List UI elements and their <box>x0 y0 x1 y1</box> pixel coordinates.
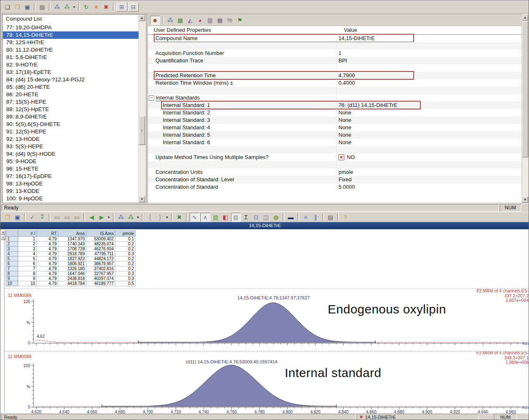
table-cell[interactable]: 6 <box>18 261 37 266</box>
list-item[interactable]: 90: 5(S),6(S)-DiHETE <box>3 121 139 128</box>
property-value[interactable]: 14,15-DiHETrE <box>336 35 522 42</box>
trace-toggle-icon[interactable]: ∿ <box>190 213 200 222</box>
refresh-compounds-icon[interactable]: ↻ <box>82 3 91 11</box>
table-cell[interactable]: 4.79 <box>37 252 58 256</box>
list-item[interactable]: 98: 13-HpODE <box>3 180 139 187</box>
scroll-down-icon[interactable]: ▼ <box>139 196 145 202</box>
table-cell[interactable]: 3 <box>18 247 37 252</box>
peak-toggle-icon[interactable]: ∧ <box>200 213 210 222</box>
compound-list-scrollbar[interactable]: ▲ ≡ ▼ <box>138 15 145 202</box>
autoscale-icon[interactable]: ✖ <box>175 213 184 221</box>
table-cell[interactable]: 9 <box>18 276 37 281</box>
sum-toggle-icon[interactable]: Σ <box>242 213 251 221</box>
table-cell[interactable]: 38679.957 <box>86 261 115 266</box>
table-cell[interactable]: 0.2 <box>115 256 136 261</box>
table-cell[interactable]: 4.79 <box>37 237 58 242</box>
row-header-cell[interactable]: 2 <box>6 242 18 247</box>
property-value[interactable]: 1 <box>336 50 522 57</box>
table-cell[interactable]: 1740.343 <box>58 242 86 247</box>
sample-nav-dropdown[interactable]: ▾ <box>108 215 110 219</box>
prev-sample-icon[interactable]: ◀ <box>87 213 96 221</box>
table-cell[interactable]: 2 <box>18 242 37 247</box>
display-chart-icon[interactable]: ▭ <box>62 213 71 221</box>
prev-compound-icon[interactable]: ⁂ <box>52 3 62 11</box>
display-alert-icon[interactable]: ▭ <box>72 213 81 221</box>
table-cell[interactable]: 4.79 <box>37 261 58 266</box>
table-cell[interactable]: 4.79 <box>37 281 58 286</box>
compound-summary-icon[interactable]: ⁂ <box>166 16 175 24</box>
property-value[interactable]: None <box>336 116 522 124</box>
list-item[interactable]: 84: (d4) 15-deoxy-?12,14-PGJ2 <box>3 76 139 83</box>
list-item[interactable]: 100: 9-HpODE <box>3 195 139 202</box>
properties-scrollbar[interactable]: ▲ ▼ <box>522 14 529 203</box>
table-cell[interactable]: 4.79 <box>37 271 58 276</box>
list-item[interactable]: 96: 15-HETE <box>3 165 139 173</box>
help-icon[interactable]: ? <box>341 213 350 221</box>
chart-view-icon[interactable]: ⊟ <box>128 2 139 12</box>
column-header[interactable]: # / <box>18 231 37 237</box>
table-cell[interactable]: 0.2 <box>115 242 136 247</box>
scroll-down-icon[interactable]: ▼ <box>522 197 528 203</box>
property-value[interactable] <box>336 94 522 102</box>
table-cell[interactable]: 0.2 <box>115 266 136 271</box>
verify-curve-icon[interactable]: ✓ <box>28 213 37 221</box>
property-value[interactable]: ✖NO <box>336 154 522 161</box>
property-value[interactable]: None <box>336 139 522 146</box>
table-cell[interactable]: 0.1 <box>115 237 136 242</box>
list-item[interactable]: 89: 8,9-DiHETrE <box>3 113 139 121</box>
blocks-toggle-icon[interactable]: ◧ <box>221 213 230 221</box>
table-cell[interactable]: 0.3 <box>115 252 136 256</box>
pie-chart-icon[interactable]: ◕ <box>195 16 205 24</box>
list-item[interactable]: 95: 9-HODE <box>3 158 139 165</box>
notebook-icon[interactable]: ▬ <box>286 213 295 221</box>
table-cell[interactable]: 0.2 <box>115 247 136 252</box>
table-cell[interactable]: 1 <box>18 237 37 242</box>
table-cell[interactable]: 1827.922 <box>58 256 86 261</box>
property-value[interactable]: None <box>336 131 522 139</box>
list-item[interactable]: 93: 5(S)-HEPE <box>3 143 139 150</box>
row-header-cell[interactable]: 9 <box>6 276 18 281</box>
list-item[interactable]: 99: 13-KODE <box>3 187 139 195</box>
table-cell[interactable]: 1806.921 <box>58 261 86 266</box>
compound-nav-dropdown[interactable]: ▾ <box>137 215 139 219</box>
scroll-thumb[interactable]: ≡ <box>139 116 145 145</box>
next-compound-icon[interactable]: ⁂ <box>126 213 136 221</box>
table-cell[interactable]: 4.79 <box>37 276 58 281</box>
book-icon[interactable]: ◫ <box>262 213 271 221</box>
chart-dot-icon[interactable]: ⊡ <box>252 213 261 221</box>
table-cell[interactable]: 53009.402 <box>86 237 115 242</box>
row-header-cell[interactable]: 10 <box>6 281 18 286</box>
function-nav-dropdown[interactable]: ▾ <box>166 215 168 219</box>
row-header-cell[interactable]: 8 <box>6 271 18 276</box>
peak-display-icon[interactable]: ◭ <box>186 16 195 24</box>
prev-function-icon[interactable]: { <box>145 213 155 221</box>
list-item[interactable]: 92: 13-HODE <box>3 135 139 143</box>
scroll-up-icon[interactable]: ▲ <box>522 14 528 21</box>
column-header[interactable]: IS Area <box>86 231 115 237</box>
table-cell[interactable]: 4.79 <box>37 242 58 247</box>
next-sample-icon[interactable]: ▶ <box>97 213 106 221</box>
table-cell[interactable]: 46276.934 <box>86 247 115 252</box>
split-vertical-icon[interactable]: ∥ <box>311 213 320 221</box>
list-item[interactable]: 86: 20-HETE <box>3 91 139 98</box>
chromatogram-endogenous[interactable]: 100%0min11 MM0086F2:MRM of 4 channels,ES… <box>5 288 529 351</box>
split-horizontal-icon[interactable]: ≡ <box>301 213 310 221</box>
property-value[interactable]: 4.7900 <box>336 72 522 79</box>
table-cell[interactable]: 47795.711 <box>86 252 115 256</box>
list-item[interactable]: 77: 19,20-DiHDPA <box>3 24 139 31</box>
table-view-icon[interactable]: ⊞ <box>117 2 127 12</box>
review-icon[interactable]: ⁑ <box>38 213 47 221</box>
print-icon[interactable]: ▤ <box>38 3 47 11</box>
close-pane-icon[interactable]: × <box>1 230 5 235</box>
property-value[interactable]: 76: (d11) 14,15-DiHETrE <box>336 102 522 109</box>
restore-pane-icon[interactable]: ▫ <box>1 235 5 240</box>
properties-view-icon[interactable]: ☻ <box>150 16 160 25</box>
list-item[interactable]: 87: 15(S)-HEPE <box>3 98 139 106</box>
table-cell[interactable]: 46189.777 <box>86 281 115 286</box>
list-item[interactable]: 85: (d6) 20-HETE <box>3 83 139 91</box>
table-cell[interactable]: 32767.957 <box>86 271 115 276</box>
property-value[interactable]: 0.4000 <box>336 79 522 87</box>
row-header-cell[interactable]: 7 <box>6 266 18 271</box>
column-header[interactable]: pmole <box>115 231 136 237</box>
table-cell[interactable]: 1647.046 <box>58 271 86 276</box>
